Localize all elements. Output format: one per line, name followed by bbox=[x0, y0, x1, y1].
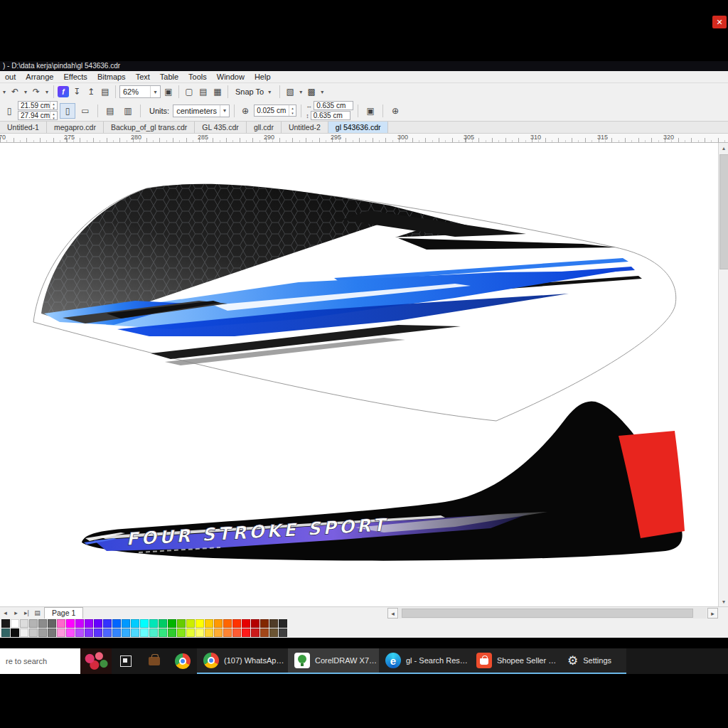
export-icon[interactable]: ↥ bbox=[85, 85, 97, 98]
menu-effects[interactable]: Effects bbox=[58, 71, 92, 82]
taskbar-shopee-window[interactable]: Shopee Seller Centr... bbox=[470, 648, 561, 674]
prev-page-icon[interactable]: ▸ bbox=[11, 608, 21, 619]
last-page-icon[interactable]: ▸| bbox=[21, 608, 32, 619]
palette-swatch[interactable] bbox=[57, 619, 65, 628]
task-view-button[interactable] bbox=[112, 648, 140, 674]
palette-swatch[interactable] bbox=[29, 619, 38, 628]
palette-swatch[interactable] bbox=[75, 628, 84, 637]
zoom-page-icon[interactable]: ▣ bbox=[162, 85, 175, 98]
palette-swatch[interactable] bbox=[279, 628, 287, 637]
palette-swatch[interactable] bbox=[57, 628, 65, 637]
palette-swatch[interactable] bbox=[48, 628, 56, 637]
palette-swatch[interactable] bbox=[20, 628, 28, 637]
duplicate-x-field[interactable]: 0.635 cm bbox=[314, 101, 353, 110]
palette-swatch[interactable] bbox=[196, 628, 204, 637]
menu-arrange[interactable]: Arrange bbox=[21, 71, 58, 82]
palette-swatch[interactable] bbox=[66, 628, 75, 637]
palette-swatch[interactable] bbox=[279, 619, 287, 628]
palette-swatch[interactable] bbox=[223, 619, 232, 628]
redo-caret-icon[interactable]: ▾ bbox=[44, 89, 50, 95]
doc-tab-backup-gl-trans[interactable]: Backup_of_gl trans.cdr bbox=[104, 122, 195, 133]
landscape-button[interactable]: ▭ bbox=[77, 103, 93, 119]
portrait-button[interactable]: ▯ bbox=[60, 103, 75, 119]
palette-swatch[interactable] bbox=[1, 628, 10, 637]
vertical-scrollbar[interactable]: ▴ ▾ bbox=[718, 143, 728, 606]
scroll-up-icon[interactable]: ▴ bbox=[719, 143, 728, 153]
zoom-level-select[interactable]: 62% ▾ bbox=[119, 85, 161, 98]
doc-tab-gl-543636-active[interactable]: gl 543636.cdr bbox=[328, 122, 389, 133]
palette-swatch[interactable] bbox=[122, 619, 130, 628]
palette-swatch[interactable] bbox=[112, 619, 121, 628]
palette-swatch[interactable] bbox=[85, 628, 93, 637]
page-tab[interactable]: Page 1 bbox=[44, 607, 83, 619]
palette-swatch[interactable] bbox=[29, 628, 38, 637]
scroll-right-icon[interactable]: ▸ bbox=[707, 608, 718, 619]
treat-as-filled-icon[interactable]: ▣ bbox=[363, 103, 378, 119]
options-icon[interactable]: ▩ bbox=[305, 85, 318, 98]
taskbar-edge-window[interactable]: e gl - Search Results i... bbox=[379, 648, 470, 674]
palette-swatch[interactable] bbox=[242, 619, 250, 628]
doc-tab-megapro[interactable]: megapro.cdr bbox=[47, 122, 104, 133]
palette-swatch[interactable] bbox=[94, 619, 102, 628]
palette-swatch[interactable] bbox=[205, 628, 213, 637]
palette-swatch[interactable] bbox=[214, 628, 223, 637]
nudge-field[interactable]: 0.025 cm ▴▾ bbox=[254, 105, 296, 117]
palette-swatch[interactable] bbox=[159, 628, 167, 637]
chevron-down-icon[interactable]: ▾ bbox=[220, 105, 229, 117]
palette-swatch[interactable] bbox=[38, 619, 47, 628]
vertical-scroll-thumb[interactable] bbox=[719, 154, 728, 269]
show-grid-icon[interactable]: ▦ bbox=[211, 85, 224, 98]
palette-swatch[interactable] bbox=[20, 619, 28, 628]
doc-tab-gl-435[interactable]: GL 435.cdr bbox=[195, 122, 247, 133]
page-width-field[interactable]: 21.59 cm ▴▾ bbox=[18, 101, 58, 110]
palette-swatch[interactable] bbox=[159, 619, 167, 628]
redo-icon[interactable]: ↷ bbox=[30, 85, 43, 98]
palette-swatch[interactable] bbox=[140, 628, 149, 637]
page-height-field[interactable]: 27.94 cm ▴▾ bbox=[18, 111, 58, 120]
palette-swatch[interactable] bbox=[122, 628, 130, 637]
doc-tab-untitled-1[interactable]: Untitled-1 bbox=[0, 122, 47, 133]
taskbar-coreldraw-window[interactable]: CorelDRAW X7 (64-... bbox=[288, 648, 379, 674]
palette-swatch[interactable] bbox=[131, 619, 139, 628]
palette-swatch[interactable] bbox=[103, 619, 112, 628]
horizontal-scroll-thumb[interactable] bbox=[402, 609, 693, 618]
search-highlight-image[interactable] bbox=[80, 648, 112, 674]
palette-swatch[interactable] bbox=[1, 619, 10, 628]
palette-swatch[interactable] bbox=[251, 628, 259, 637]
palette-swatch[interactable] bbox=[11, 628, 19, 637]
palette-swatch[interactable] bbox=[131, 628, 139, 637]
palette-swatch[interactable] bbox=[205, 619, 213, 628]
menu-layout[interactable]: out bbox=[0, 71, 21, 82]
palette-swatch[interactable] bbox=[103, 628, 112, 637]
menu-window[interactable]: Window bbox=[212, 71, 250, 82]
palette-swatch[interactable] bbox=[11, 619, 19, 628]
menu-tools[interactable]: Tools bbox=[183, 71, 212, 82]
pinned-app-button[interactable] bbox=[140, 648, 168, 674]
duplicate-y-field[interactable]: 0.635 cm bbox=[311, 111, 350, 120]
taskbar-settings-window[interactable]: ⚙ Settings bbox=[561, 648, 626, 674]
palette-swatch[interactable] bbox=[186, 619, 195, 628]
doc-tab-untitled-2[interactable]: Untitled-2 bbox=[282, 122, 328, 133]
palette-swatch[interactable] bbox=[232, 619, 241, 628]
all-pages-icon[interactable]: ▥ bbox=[120, 103, 136, 119]
horizontal-scrollbar[interactable] bbox=[399, 608, 707, 619]
show-rulers-icon[interactable]: ▤ bbox=[197, 85, 210, 98]
palette-swatch[interactable] bbox=[38, 628, 47, 637]
menu-help[interactable]: Help bbox=[250, 71, 276, 82]
palette-swatch[interactable] bbox=[177, 619, 186, 628]
first-page-icon[interactable]: ◂ bbox=[0, 608, 11, 619]
chevron-down-icon[interactable]: ▾ bbox=[298, 89, 304, 95]
palette-swatch[interactable] bbox=[196, 619, 204, 628]
palette-swatch[interactable] bbox=[140, 619, 149, 628]
palette-swatch[interactable] bbox=[48, 619, 56, 628]
palette-swatch[interactable] bbox=[149, 628, 158, 637]
palette-swatch[interactable] bbox=[223, 628, 232, 637]
palette-swatch[interactable] bbox=[177, 628, 186, 637]
scroll-left-icon[interactable]: ◂ bbox=[387, 608, 398, 619]
palette-swatch[interactable] bbox=[66, 619, 75, 628]
add-page-icon[interactable]: ▤ bbox=[32, 608, 43, 619]
current-page-only-icon[interactable]: ▤ bbox=[102, 103, 118, 119]
palette-swatch[interactable] bbox=[232, 628, 241, 637]
snap-to-button[interactable]: Snap To ▾ bbox=[232, 87, 276, 96]
palette-swatch[interactable] bbox=[242, 628, 250, 637]
